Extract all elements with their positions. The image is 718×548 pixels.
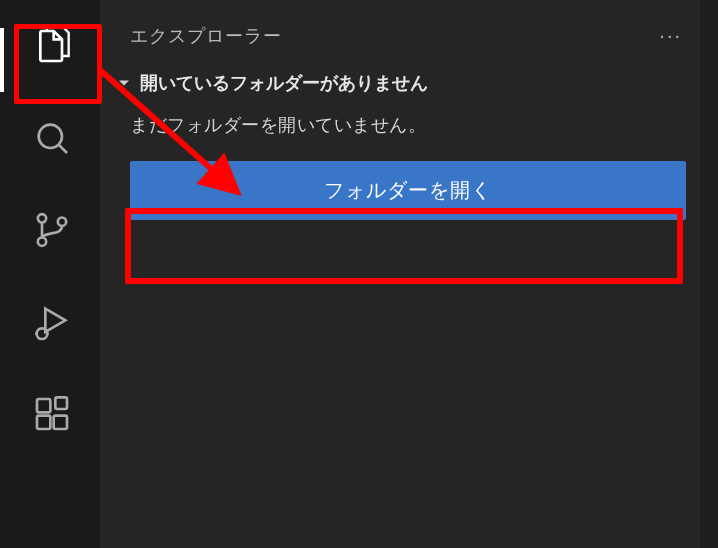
activity-bar [0, 0, 100, 548]
source-control-tab[interactable] [28, 208, 76, 256]
section-content: まだフォルダーを開いていません。 フォルダーを開く [110, 113, 698, 220]
svg-rect-14 [55, 397, 67, 409]
search-icon [32, 118, 72, 162]
run-debug-tab[interactable] [28, 300, 76, 348]
active-tab-indicator [0, 28, 4, 92]
svg-marker-5 [45, 309, 65, 332]
explorer-sidebar: エクスプローラー ··· 開いているフォルダーがありません まだフォルダーを開い… [100, 0, 718, 548]
svg-point-2 [37, 214, 45, 222]
explorer-tab[interactable] [28, 24, 76, 72]
more-actions-button[interactable]: ··· [653, 22, 688, 49]
right-edge-gutter [700, 0, 718, 548]
branch-icon [32, 210, 72, 254]
svg-point-3 [37, 238, 45, 246]
debug-icon [32, 302, 72, 346]
extensions-tab[interactable] [28, 392, 76, 440]
section-title: 開いているフォルダーがありません [140, 71, 428, 95]
sidebar-header: エクスプローラー ··· [110, 16, 698, 67]
extensions-icon [32, 394, 72, 438]
svg-line-1 [58, 145, 66, 153]
svg-point-4 [57, 218, 65, 226]
search-tab[interactable] [28, 116, 76, 164]
svg-line-9 [37, 329, 38, 330]
svg-rect-11 [37, 399, 50, 412]
sidebar-title: エクスプローラー [130, 24, 282, 48]
svg-point-0 [38, 125, 61, 148]
app-container: エクスプローラー ··· 開いているフォルダーがありません まだフォルダーを開い… [0, 0, 718, 548]
svg-rect-13 [53, 416, 66, 429]
no-folder-message: まだフォルダーを開いていません。 [130, 113, 686, 137]
section-header[interactable]: 開いているフォルダーがありません [110, 67, 698, 113]
chevron-down-icon [114, 73, 134, 93]
files-icon [32, 26, 72, 70]
svg-line-10 [37, 338, 38, 339]
open-folder-button[interactable]: フォルダーを開く [130, 161, 686, 220]
svg-rect-12 [37, 416, 50, 429]
